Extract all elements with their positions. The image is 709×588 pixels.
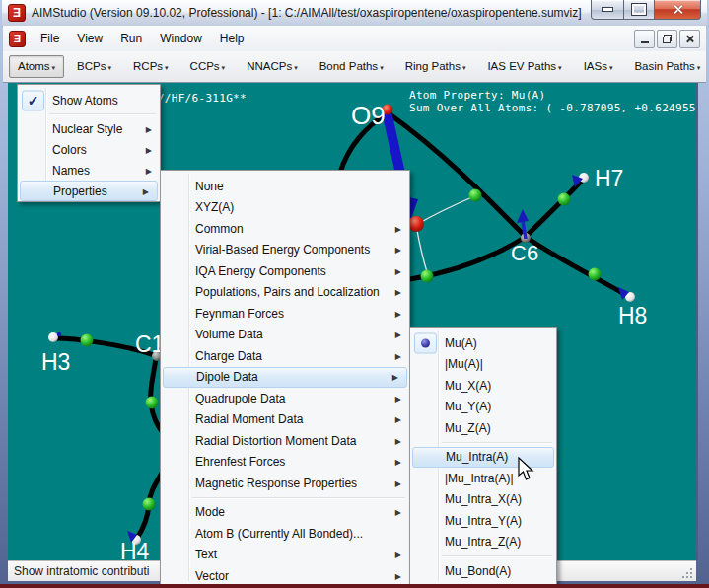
check-icon: ✓ (28, 94, 39, 108)
dropdown-arrow-icon: ▾ (609, 64, 613, 72)
menu-help[interactable]: Help (211, 28, 253, 49)
menu-item-show-atoms[interactable]: ✓ Show Atoms (18, 90, 160, 110)
bond-path (526, 237, 626, 295)
menu-item-radial-moment-data[interactable]: Radial Moment Data▶ (161, 409, 409, 431)
menu-item-label: |Mu(A)| (445, 357, 483, 371)
bcp-sphere[interactable] (589, 268, 602, 281)
bcp-sphere[interactable] (146, 397, 159, 409)
menu-item-feynman-forces[interactable]: Feynman Forces▶ (161, 303, 409, 325)
menu-item-label: XYZ(A) (195, 200, 234, 214)
dropdown-arrow-icon: ▾ (222, 64, 226, 72)
menu-item-mu-x[interactable]: Mu_X(A) (410, 375, 556, 397)
submenu-arrow-icon: ▶ (395, 571, 401, 580)
menu-item-label: Quadrupole Data (195, 392, 285, 405)
dropdown-arrow-icon: ▾ (108, 64, 112, 72)
menu-item-mu-intra-z[interactable]: Mu_Intra_Z(A) (410, 532, 556, 553)
menu-window[interactable]: Window (151, 28, 211, 49)
menu-item-label: Ehrenfest Forces (195, 455, 285, 469)
bottom-strip (0, 584, 709, 588)
toolbar-button-rcps[interactable]: RCPs▾ (124, 55, 177, 78)
menu-item-common[interactable]: Common▶ (161, 218, 409, 240)
menu-item-populations[interactable]: Populations, Pairs and Localization▶ (161, 282, 409, 304)
maximize-button[interactable] (624, 0, 654, 20)
resize-grip[interactable] (682, 568, 692, 578)
menu-item-dipole-data[interactable]: Dipole Data▶ (163, 367, 407, 389)
dropdown-arrow-icon: ▾ (294, 64, 298, 72)
bcp-sphere[interactable] (81, 334, 94, 347)
mdi-minimize-button[interactable] (634, 30, 655, 48)
menu-item-virial-energy[interactable]: Virial-Based Energy Components▶ (161, 240, 409, 261)
toolbar-button-bcps[interactable]: BCPs▾ (68, 55, 120, 78)
toolbar-button-iass[interactable]: IASs▾ (575, 55, 622, 78)
atom-sphere-h3[interactable] (48, 332, 58, 342)
menu-item-nuclear-style[interactable]: Nuclear Style ▶ (18, 118, 160, 139)
toolbar-button-atoms[interactable]: Atoms▾ (9, 55, 64, 78)
menu-item-label: Mu_Intra_X(A) (445, 492, 522, 506)
mdi-close-button[interactable] (679, 30, 700, 48)
menu-item-label: Mu_Bond(A) (445, 564, 511, 578)
menu-item-text[interactable]: Text▶ (161, 545, 409, 566)
submenu-arrow-icon: ▶ (146, 145, 152, 154)
bcp-sphere[interactable] (469, 189, 482, 202)
menu-item-none[interactable]: None (161, 176, 409, 197)
menu-item-xyz[interactable]: XYZ(A) (161, 197, 409, 219)
menu-item-ehrenfest-forces[interactable]: Ehrenfest Forces▶ (161, 452, 409, 474)
menu-item-quadrupole-data[interactable]: Quadrupole Data▶ (161, 388, 409, 409)
bcp-sphere[interactable] (421, 270, 434, 283)
toolbar-button-ring-paths[interactable]: Ring Paths▾ (396, 55, 475, 78)
menu-item-names[interactable]: Names ▶ (18, 160, 160, 181)
menu-view[interactable]: View (68, 28, 111, 49)
menu-item-label: Magnetic Response Properties (195, 477, 357, 490)
bcp-sphere[interactable] (143, 498, 156, 511)
menu-item-mode[interactable]: Mode▶ (161, 502, 409, 524)
menu-item-label: Dipole Data (196, 370, 258, 384)
menu-separator (49, 113, 156, 114)
menu-item-colors[interactable]: Colors ▶ (18, 139, 160, 160)
menu-item-atom-b[interactable]: Atom B (Currently All Bonded)... (161, 523, 409, 545)
atom-label-h4: H4 (120, 539, 150, 560)
menu-item-label: Feynman Forces (195, 307, 284, 321)
menu-item-iqa-energy[interactable]: IQA Energy Components▶ (161, 260, 409, 282)
menu-item-mu-intra-x[interactable]: Mu_Intra_X(A) (410, 489, 556, 511)
menu-item-label: Vector (195, 569, 229, 583)
bcp-sphere[interactable] (558, 193, 571, 206)
submenu-arrow-icon: ▶ (392, 373, 398, 382)
close-button[interactable] (654, 0, 701, 20)
submenu-arrow-icon: ▶ (395, 436, 401, 445)
toolbar-button-bond-paths[interactable]: Bond Paths▾ (311, 55, 392, 78)
properties-submenu: None XYZ(A) Common▶ Virial-Based Energy … (160, 170, 410, 585)
toolbar: Atoms▾ BCPs▾ RCPs▾ CCPs▾ NNACPs▾ Bond Pa… (3, 51, 706, 83)
mdi-document-icon[interactable]: Ǝ (9, 31, 26, 47)
toolbar-button-ccps[interactable]: CCPs▾ (181, 55, 235, 78)
menu-item-mu-bond[interactable]: Mu_Bond(A) (410, 560, 556, 582)
menu-item-volume-data[interactable]: Volume Data▶ (161, 325, 409, 346)
toolbar-button-basin-paths[interactable]: Basin Paths▾ (625, 55, 709, 78)
maximize-icon (632, 4, 646, 15)
menu-item-label: Mu(A) (445, 336, 477, 350)
menu-separator (442, 555, 552, 556)
toolbar-button-nnacps[interactable]: NNACPs▾ (238, 55, 307, 78)
menu-file[interactable]: File (32, 28, 68, 49)
submenu-arrow-icon: ▶ (395, 331, 401, 339)
menu-item-mu-intra-y[interactable]: Mu_Intra_Y(A) (410, 510, 556, 532)
menu-item-radial-distortion-data[interactable]: Radial Distortion Moment Data▶ (161, 430, 409, 452)
menu-item-mu-y[interactable]: Mu_Y(A) (410, 397, 556, 418)
menu-item-magnetic-response[interactable]: Magnetic Response Properties▶ (161, 473, 409, 494)
menu-item-charge-data[interactable]: Charge Data▶ (161, 345, 409, 367)
menu-item-properties[interactable]: Properties ▶ (20, 181, 158, 201)
minimize-button[interactable] (591, 0, 624, 20)
menu-item-label: Colors (52, 143, 87, 157)
menu-item-mu-abs[interactable]: |Mu(A)| (410, 354, 556, 376)
dipole-vector-h3 (57, 332, 61, 336)
menu-item-mu[interactable]: Mu(A) (410, 332, 556, 354)
menu-run[interactable]: Run (111, 28, 151, 49)
toolbar-button-ias-ev-paths[interactable]: IAS EV Paths▾ (478, 55, 570, 78)
menu-item-vector[interactable]: Vector▶ (161, 565, 409, 585)
mdi-restore-button[interactable] (657, 30, 677, 48)
submenu-arrow-icon: ▶ (143, 186, 149, 195)
menu-item-label: Common (195, 222, 244, 236)
submenu-arrow-icon: ▶ (395, 224, 401, 233)
menu-item-mu-z[interactable]: Mu_Z(A) (410, 417, 556, 439)
overlay-property-block: Atom Property: Mu(A) Sum Over All Atoms:… (409, 89, 698, 114)
rcp-sphere[interactable] (408, 216, 424, 232)
